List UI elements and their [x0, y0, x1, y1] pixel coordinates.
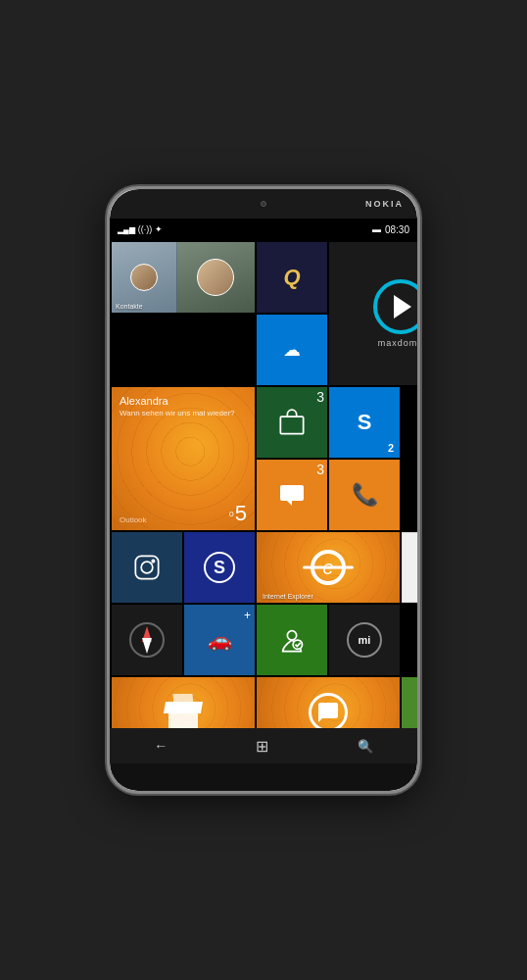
tile-miband[interactable]: mi [329, 605, 400, 675]
tile-store[interactable]: 3 [257, 387, 327, 458]
tile-compass[interactable] [112, 605, 182, 675]
time-display: 08:30 [385, 224, 409, 235]
messages-badge: 3 [316, 462, 324, 477]
svg-point-4 [141, 562, 153, 573]
tile-ie[interactable]: e Internet Explorer [257, 532, 400, 603]
tile-whatsapp[interactable]: WhatsApp [257, 677, 400, 728]
tile-phone[interactable]: 📞 [329, 460, 400, 530]
svg-rect-1 [280, 485, 304, 501]
status-left: ▂▄▆ ((·)) ✦ [118, 224, 163, 234]
svg-point-6 [287, 631, 296, 640]
tile-geocaching[interactable] [257, 605, 327, 675]
miband-label: mi [359, 634, 371, 646]
svg-rect-0 [280, 416, 303, 434]
tile-row-2: Alexandra Wann sehen wir uns mal wieder?… [112, 387, 415, 530]
home-button[interactable]: ⊞ [256, 737, 268, 756]
status-bar: ▂▄▆ ((·)) ✦ ▬ 08:30 [110, 219, 417, 240]
tile-skype[interactable]: S 2 [329, 387, 400, 458]
svg-point-5 [152, 560, 154, 562]
kontakte-label: Kontakte [116, 303, 143, 310]
ie-label: Internet Explorer [263, 593, 313, 600]
signal-icon: ▂▄▆ [118, 225, 135, 234]
tile-lufthansa[interactable]: ✈ [402, 532, 417, 603]
tile-row-5: Speicheroptimierung WhatsApp [112, 677, 415, 728]
store-badge: 3 [316, 389, 324, 405]
tile-car[interactable]: 🚗 + [184, 605, 255, 675]
maxdome-label: maxdome [378, 338, 417, 348]
tile-row-1: Kontakte Q ☁ maxdome [112, 242, 415, 385]
tile-maxdome[interactable]: maxdome [329, 242, 417, 385]
phone-nav: ← ⊞ 🔍 [110, 728, 417, 763]
svg-rect-3 [135, 556, 158, 578]
outlook-label: Outlook [120, 515, 147, 524]
tile-storage[interactable]: Speicheroptimierung [112, 677, 255, 728]
screen: ▂▄▆ ((·)) ✦ ▬ 08:30 [110, 219, 417, 728]
tile-quizup[interactable]: Q [257, 242, 327, 313]
outlook-message: Wann sehen wir uns mal wieder? [120, 409, 247, 417]
tile-row-3: S e Internet Explorer [112, 532, 415, 603]
camera-dot [261, 201, 266, 207]
status-right: ▬ 08:30 [372, 224, 409, 235]
tile-row-4: 🚗 + mi [112, 605, 415, 675]
outlook-contact-name: Alexandra [120, 395, 247, 407]
search-button[interactable]: 🔍 [358, 739, 373, 754]
tile-instagram[interactable] [112, 532, 182, 603]
tile-kontakte[interactable]: Kontakte [112, 242, 255, 313]
wifi-icon: ((·)) [138, 224, 153, 234]
battery-icon: ▬ [372, 224, 381, 234]
outlook-badge: 5 [235, 501, 247, 526]
tiles-area: Kontakte Q ☁ maxdome [110, 240, 417, 728]
phone-top-bar: NOKIA [110, 189, 417, 219]
bluetooth-icon: ✦ [155, 224, 163, 234]
tile-games[interactable]: Spiele [402, 677, 417, 728]
back-button[interactable]: ← [154, 738, 168, 754]
brand-label: NOKIA [365, 199, 404, 209]
tile-shazam[interactable]: S [184, 532, 255, 603]
phone-device: NOKIA ▂▄▆ ((·)) ✦ ▬ 08:30 [107, 186, 420, 794]
svg-marker-2 [287, 501, 292, 506]
tile-messages[interactable]: 3 [257, 460, 327, 530]
phone-bottom-bar [110, 763, 417, 791]
tile-onedrive[interactable]: ☁ [257, 315, 327, 385]
tile-outlook[interactable]: Alexandra Wann sehen wir uns mal wieder?… [112, 387, 255, 530]
